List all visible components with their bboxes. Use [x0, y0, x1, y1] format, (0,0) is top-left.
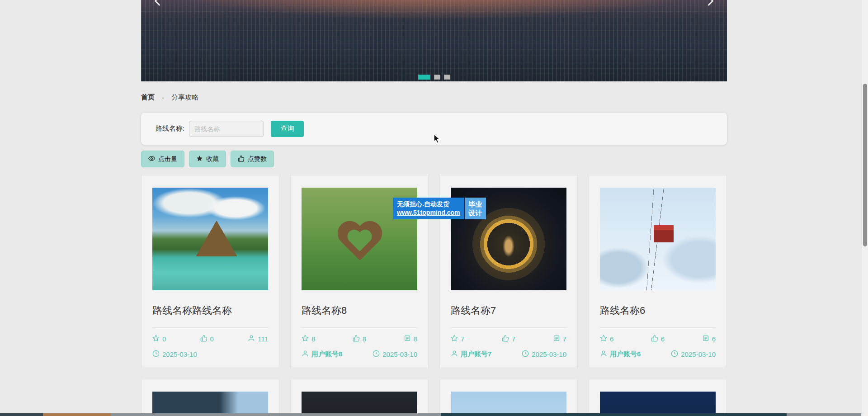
- comments-value: 6: [712, 335, 716, 343]
- likes-stat: 6: [651, 335, 665, 343]
- heart-frame-inner-shape: [346, 230, 372, 254]
- route-card: [290, 379, 429, 416]
- route-card-image[interactable]: [600, 392, 716, 416]
- date-stat: 2025-03-10: [152, 350, 197, 359]
- card-stats-row: 0 0 111: [152, 335, 268, 343]
- clock-icon: [373, 350, 380, 359]
- clock-icon: [671, 350, 678, 359]
- star-icon: [451, 335, 458, 343]
- card-divider: [302, 327, 417, 328]
- document-icon: [702, 335, 709, 343]
- route-card-image[interactable]: [152, 188, 268, 290]
- breadcrumb-separator: -: [162, 94, 164, 101]
- route-card: [141, 379, 279, 416]
- breadcrumb: 首页 - 分享攻略: [141, 81, 727, 102]
- author-stat: 用户账号7: [451, 350, 491, 359]
- likes-value: 8: [363, 335, 366, 343]
- star-icon: [152, 335, 160, 343]
- likes-stat: 7: [502, 335, 515, 343]
- chevron-right-icon: [703, 3, 719, 10]
- carousel-indicator-1[interactable]: [418, 75, 430, 80]
- filter-favorites-label: 收藏: [206, 155, 219, 163]
- card-stats-row: 用户账号8 2025-03-10: [302, 350, 417, 359]
- card-stats-row: 用户账号7 2025-03-10: [451, 350, 566, 359]
- user-icon: [248, 335, 255, 343]
- vendor-watermark-text: 无须担心.自动发货 www.51topmind.com: [393, 198, 464, 219]
- watermark-badge-bottom: 设计: [469, 208, 482, 217]
- favorites-value: 8: [311, 335, 315, 343]
- card-stats-row: 8 8 8: [302, 335, 417, 343]
- author-stat: 用户账号8: [302, 350, 342, 359]
- card-stats-row: 7 7 7: [451, 335, 566, 343]
- watermark-url: www.51topmind.com: [397, 208, 460, 217]
- comments-stat: 7: [553, 335, 566, 343]
- watermark-slogan: 无须担心.自动发货: [397, 200, 449, 208]
- user-icon: [302, 350, 309, 359]
- thumb-up-icon: [651, 335, 658, 343]
- thumb-up-icon: [200, 335, 208, 343]
- favorites-value: 0: [162, 335, 166, 343]
- route-name-input[interactable]: [189, 121, 264, 137]
- clock-icon: [152, 350, 160, 359]
- likes-value: 7: [512, 335, 515, 343]
- favorites-stat: 0: [152, 335, 166, 343]
- date-value: 2025-03-10: [382, 350, 417, 358]
- star-icon: [302, 335, 309, 343]
- carousel-next-button[interactable]: [703, 0, 719, 11]
- route-card: [439, 379, 578, 416]
- route-card: [589, 379, 727, 416]
- card-divider: [152, 327, 268, 328]
- favorites-stat: 7: [451, 335, 464, 343]
- likes-stat: 0: [200, 335, 214, 343]
- filter-clicks-button[interactable]: 点击量: [141, 151, 184, 167]
- date-value: 2025-03-10: [681, 350, 716, 358]
- views-stat: 111: [248, 335, 268, 343]
- card-stats-row: 2025-03-10: [152, 350, 268, 359]
- carousel-prev-button[interactable]: [149, 0, 165, 11]
- route-card-title[interactable]: 路线名称6: [600, 304, 716, 317]
- card-divider: [600, 327, 716, 328]
- star-filled-icon: [196, 155, 203, 163]
- route-card-image[interactable]: [302, 392, 417, 416]
- date-stat: 2025-03-10: [671, 350, 716, 359]
- hero-carousel: [141, 0, 727, 81]
- route-card-title[interactable]: 路线名称路线名称: [152, 304, 268, 317]
- filter-favorites-button[interactable]: 收藏: [189, 151, 226, 167]
- card-divider: [451, 327, 566, 328]
- sort-filters: 点击量 收藏 点赞数: [141, 151, 727, 167]
- route-card: 路线名称路线名称 0 0 111 2025-03-: [141, 175, 279, 368]
- comments-stat: 6: [702, 335, 716, 343]
- watermark-badge-top: 毕业: [469, 200, 482, 208]
- clock-icon: [522, 350, 529, 359]
- thumb-up-icon: [353, 335, 360, 343]
- chevron-left-icon: [149, 3, 165, 10]
- likes-value: 6: [661, 335, 665, 343]
- date-value: 2025-03-10: [532, 350, 566, 358]
- route-card-grid-row2: [141, 379, 727, 416]
- page-scrollbar-thumb[interactable]: [863, 84, 867, 246]
- breadcrumb-home-link[interactable]: 首页: [141, 93, 155, 102]
- user-icon: [600, 350, 607, 359]
- user-icon: [451, 350, 458, 359]
- route-card-image[interactable]: [152, 392, 268, 416]
- route-card-image[interactable]: [600, 188, 716, 290]
- document-icon: [553, 335, 560, 343]
- route-card-title[interactable]: 路线名称7: [451, 304, 566, 317]
- search-label: 路线名称:: [156, 124, 184, 133]
- page-scrollbar-track[interactable]: [861, 0, 868, 416]
- route-card-image[interactable]: [451, 392, 566, 416]
- carousel-indicator-3[interactable]: [444, 75, 450, 80]
- comments-value: 7: [563, 335, 566, 343]
- favorites-value: 7: [461, 335, 464, 343]
- vendor-watermark-badge: 毕业 设计: [465, 198, 486, 219]
- thumb-up-icon: [238, 155, 245, 163]
- search-button[interactable]: 查询: [271, 121, 304, 137]
- route-card-title[interactable]: 路线名称8: [302, 304, 417, 317]
- carousel-indicator-2[interactable]: [434, 75, 440, 80]
- date-stat: 2025-03-10: [522, 350, 566, 359]
- favorites-stat: 6: [600, 335, 613, 343]
- card-stats-row: 用户账号6 2025-03-10: [600, 350, 716, 359]
- filter-likes-button[interactable]: 点赞数: [231, 151, 274, 167]
- route-card: 路线名称6 6 6 6 用户账号6: [589, 175, 727, 368]
- eye-icon: [148, 155, 155, 163]
